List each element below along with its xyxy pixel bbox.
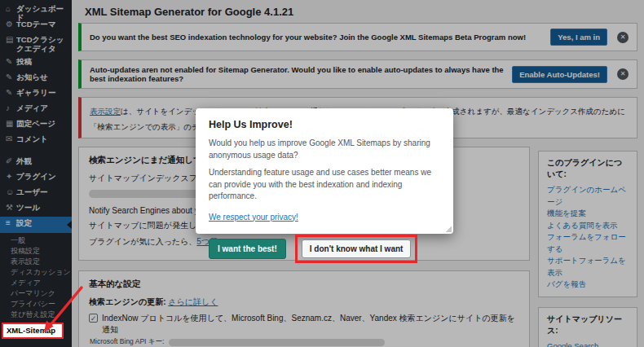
modal-text: Understanding feature usage and use case… (209, 167, 440, 203)
wordpress-admin-page: ⌂ ダッシュボード ⚙ TCDテーマ ▤ TCDクラシックエディタ (0, 0, 644, 347)
red-annotation-box: I don't know what I want (295, 235, 418, 263)
sidebar-item-xml-sitemap[interactable]: XML-Sitemap (2, 323, 64, 339)
resize-grip-icon (445, 226, 452, 232)
modal-buttons: I want the best! I don't know what I wan… (209, 235, 440, 263)
help-us-improve-modal: Help Us Improve! Would you help us impro… (196, 108, 453, 234)
decline-button[interactable]: I don't know what I want (302, 239, 412, 258)
modal-text: Would you help us improve Google XML Sit… (209, 138, 440, 161)
accept-button[interactable]: I want the best! (209, 239, 286, 259)
privacy-link[interactable]: We respect your privacy! (209, 213, 298, 222)
modal-title: Help Us Improve! (209, 119, 440, 130)
